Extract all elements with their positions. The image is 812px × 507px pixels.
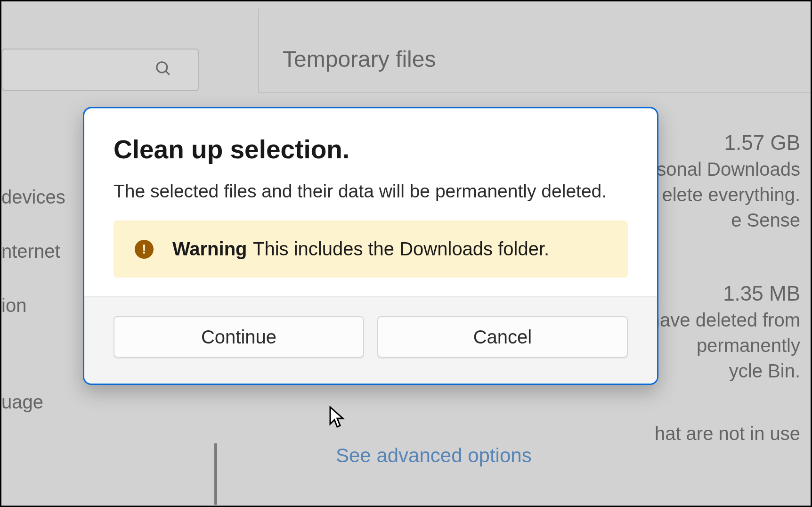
- dialog-footer: Continue Cancel: [84, 296, 657, 384]
- search-input[interactable]: [1, 49, 199, 91]
- storage-desc-line: permanently: [650, 333, 800, 358]
- storage-desc-line: ersonal Downloads: [640, 156, 800, 182]
- cleanup-confirmation-dialog: Clean up selection. The selected files a…: [83, 107, 658, 385]
- sidebar-item-devices[interactable]: devices: [1, 188, 65, 206]
- storage-desc-line: e Sense: [640, 207, 800, 233]
- storage-size: 1.57 GB: [640, 129, 800, 156]
- continue-button[interactable]: Continue: [114, 316, 364, 358]
- svg-point-0: [157, 62, 167, 73]
- cursor-pointer-icon: [329, 406, 346, 433]
- storage-desc-line: have deleted from: [650, 307, 800, 333]
- cancel-button[interactable]: Cancel: [377, 316, 628, 358]
- warning-banner: ! Warning This includes the Downloads fo…: [114, 221, 628, 278]
- warning-icon: !: [135, 240, 154, 259]
- sidebar-item-language[interactable]: uage: [1, 393, 65, 411]
- sidebar-item-internet[interactable]: nternet: [1, 242, 65, 261]
- storage-desc-line: elete everything.: [640, 182, 800, 207]
- storage-item-other: hat are not in use: [655, 421, 800, 446]
- warning-message: This includes the Downloads folder.: [253, 238, 549, 259]
- page-title: Temporary files: [283, 46, 811, 72]
- dialog-message: The selected files and their data will b…: [114, 181, 628, 202]
- search-icon: [154, 60, 172, 80]
- vertical-divider: [214, 443, 217, 505]
- storage-item-downloads: 1.57 GB ersonal Downloads elete everythi…: [640, 129, 800, 233]
- sidebar-nav: devices nternet ion uage: [1, 188, 65, 447]
- storage-size: 1.35 MB: [650, 279, 800, 307]
- sidebar-item-personalization[interactable]: ion: [1, 296, 65, 315]
- dialog-title: Clean up selection.: [114, 134, 628, 164]
- svg-line-1: [166, 71, 170, 75]
- storage-desc-line: hat are not in use: [655, 421, 800, 446]
- advanced-options-link[interactable]: See advanced options: [336, 444, 532, 467]
- page-header: Temporary files: [258, 8, 811, 93]
- storage-item-recyclebin: 1.35 MB have deleted from permanently yc…: [650, 279, 800, 384]
- storage-desc-line: ycle Bin.: [650, 358, 800, 384]
- warning-label: Warning: [172, 238, 247, 259]
